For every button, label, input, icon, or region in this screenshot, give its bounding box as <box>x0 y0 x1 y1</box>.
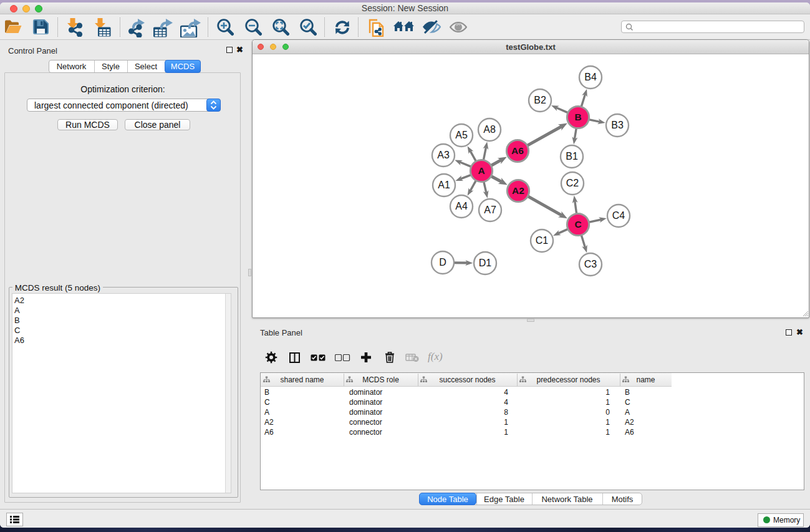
svg-text:C3: C3 <box>584 259 597 269</box>
svg-text:C: C <box>574 219 581 230</box>
svg-text:A6: A6 <box>511 145 524 156</box>
svg-text:B4: B4 <box>584 72 597 82</box>
svg-text:A: A <box>478 165 485 176</box>
svg-text:B2: B2 <box>534 95 546 105</box>
svg-text:A1: A1 <box>438 180 450 190</box>
svg-text:A3: A3 <box>437 150 450 160</box>
svg-text:C4: C4 <box>612 210 625 221</box>
svg-text:A4: A4 <box>455 201 468 211</box>
svg-text:B1: B1 <box>566 151 578 162</box>
svg-text:A5: A5 <box>455 130 468 140</box>
svg-text:C1: C1 <box>536 235 549 246</box>
svg-text:B: B <box>574 112 581 122</box>
svg-text:D1: D1 <box>479 258 492 268</box>
svg-text:A2: A2 <box>512 185 524 196</box>
svg-text:A8: A8 <box>483 124 496 135</box>
svg-text:B3: B3 <box>611 120 624 130</box>
svg-text:C2: C2 <box>566 178 579 188</box>
svg-text:D: D <box>439 257 446 268</box>
svg-text:A7: A7 <box>484 205 496 215</box>
